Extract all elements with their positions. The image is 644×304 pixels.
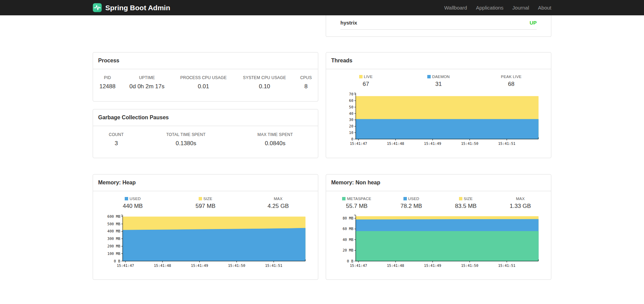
- stat-label: MAX TIME SPENT: [232, 132, 318, 140]
- stat-label: SYSTEM CPU USAGE: [235, 75, 294, 83]
- svg-text:40 MB: 40 MB: [342, 238, 353, 242]
- legend-item: SIZE 597 MB: [169, 197, 242, 210]
- svg-text:60 MB: 60 MB: [342, 227, 353, 231]
- svg-text:15:41:47: 15:41:47: [117, 263, 134, 268]
- stat-value: 3: [93, 140, 139, 147]
- svg-text:0 B: 0 B: [347, 259, 353, 263]
- nav-about[interactable]: About: [534, 5, 551, 11]
- legend-swatch: [359, 75, 363, 78]
- gc-panel: Garbage Collection Pauses COUNT TOTAL TI…: [93, 109, 318, 158]
- threads-legend: LIVE 67 DAEMON 31 PEAK LIVE 68: [326, 69, 551, 90]
- legend-value: 597 MB: [169, 203, 242, 210]
- legend-label: METASPACE: [347, 197, 371, 201]
- legend-item: USED 440 MB: [96, 197, 169, 210]
- svg-text:15:41:48: 15:41:48: [387, 141, 404, 146]
- stat-label: CPUS: [294, 75, 318, 83]
- legend-item: DAEMON 31: [402, 75, 475, 88]
- stat-value: 0.01: [172, 83, 235, 90]
- svg-text:400 MB: 400 MB: [107, 229, 120, 233]
- health-panel: hystrix UP: [326, 15, 551, 37]
- svg-text:10: 10: [349, 131, 353, 135]
- svg-text:500 MB: 500 MB: [107, 222, 120, 226]
- svg-text:20 MB: 20 MB: [342, 248, 353, 252]
- legend-value: 83.5 MB: [439, 203, 493, 210]
- nonheap-panel-title: Memory: Non heap: [326, 174, 551, 191]
- legend-label: LIVE: [364, 75, 373, 79]
- nav-wallboard[interactable]: Wallboard: [440, 5, 472, 11]
- stat-label: COUNT: [93, 132, 139, 140]
- stat-label: PROCESS CPU USAGE: [172, 75, 235, 83]
- threads-panel: Threads LIVE 67 DAEMON 31 PEAK LIVE 68 0…: [326, 52, 551, 158]
- stat-value: 8: [294, 83, 318, 90]
- svg-text:100 MB: 100 MB: [107, 252, 120, 256]
- legend-value: 4.25 GB: [242, 203, 315, 210]
- legend-swatch: [403, 197, 407, 200]
- health-indicator-name: hystrix: [340, 20, 357, 26]
- legend-label: USED: [129, 197, 141, 201]
- status-badge: UP: [530, 20, 537, 26]
- legend-value: 55.7 MB: [329, 203, 384, 210]
- heap-chart-svg: 0 B100 MB200 MB300 MB400 MB500 MB600 MB1…: [98, 212, 313, 273]
- heap-panel-title: Memory: Heap: [93, 174, 318, 191]
- stat-value: 0.0840s: [232, 140, 318, 147]
- heap-legend: USED 440 MB SIZE 597 MB MAX 4.25 GB: [93, 191, 318, 212]
- navbar: Spring Boot Admin Wallboard Applications…: [0, 0, 644, 15]
- stat-value: 12488: [93, 83, 122, 90]
- legend-item: LIVE 67: [329, 75, 402, 88]
- process-panel: Process PID UPTIME PROCESS CPU USAGE SYS…: [93, 52, 318, 102]
- stat-label: PID: [93, 75, 122, 83]
- svg-text:15:41:47: 15:41:47: [350, 141, 367, 146]
- svg-text:15:41:51: 15:41:51: [498, 263, 516, 268]
- brand[interactable]: Spring Boot Admin: [93, 3, 170, 12]
- svg-text:60: 60: [349, 98, 353, 103]
- svg-text:200 MB: 200 MB: [107, 244, 120, 248]
- svg-text:50: 50: [349, 105, 353, 109]
- nonheap-panel: Memory: Non heap METASPACE 55.7 MB USED …: [326, 174, 551, 280]
- svg-text:15:41:51: 15:41:51: [498, 141, 516, 146]
- svg-text:15:41:48: 15:41:48: [387, 263, 404, 268]
- svg-text:15:41:48: 15:41:48: [154, 263, 171, 268]
- legend-label: SIZE: [464, 197, 473, 201]
- health-row-hystrix: hystrix UP: [340, 15, 537, 30]
- legend-label: USED: [408, 197, 419, 201]
- threads-chart-svg: 01020304050607015:41:4715:41:4815:41:491…: [331, 90, 546, 151]
- svg-text:70: 70: [349, 92, 353, 96]
- legend-value: 68: [475, 81, 548, 88]
- svg-text:15:41:49: 15:41:49: [191, 263, 208, 268]
- process-stats: PID UPTIME PROCESS CPU USAGE SYSTEM CPU …: [93, 75, 318, 90]
- svg-text:20: 20: [349, 124, 353, 128]
- svg-text:0 B: 0 B: [114, 259, 120, 263]
- legend-value: 1.33 GB: [493, 203, 548, 210]
- legend-value: 78.2 MB: [384, 203, 439, 210]
- legend-item: USED 78.2 MB: [384, 197, 439, 210]
- nonheap-chart: 0 B20 MB40 MB60 MB80 MB15:41:4715:41:481…: [326, 212, 551, 274]
- gc-stats: COUNT TOTAL TIME SPENT MAX TIME SPENT 3 …: [93, 132, 318, 147]
- legend-label: MAX: [274, 197, 283, 201]
- legend-swatch: [427, 75, 431, 78]
- svg-text:40: 40: [349, 111, 353, 116]
- stat-label: TOTAL TIME SPENT: [139, 132, 232, 140]
- content: Process PID UPTIME PROCESS CPU USAGE SYS…: [93, 15, 551, 280]
- legend-label: DAEMON: [432, 75, 450, 79]
- legend-swatch: [342, 197, 346, 200]
- legend-item: SIZE 83.5 MB: [439, 197, 493, 210]
- legend-value: 440 MB: [96, 203, 169, 210]
- nav-journal[interactable]: Journal: [508, 5, 534, 11]
- threads-chart: 01020304050607015:41:4715:41:4815:41:491…: [326, 90, 551, 152]
- nav-links: Wallboard Applications Journal About: [440, 5, 551, 11]
- legend-label: SIZE: [203, 197, 212, 201]
- svg-text:300 MB: 300 MB: [107, 237, 120, 241]
- nonheap-legend: METASPACE 55.7 MB USED 78.2 MB SIZE 83.5…: [326, 191, 551, 212]
- svg-text:600 MB: 600 MB: [107, 214, 120, 218]
- stat-value: 0d 0h 2m 17s: [122, 83, 172, 90]
- navbar-container: Spring Boot Admin Wallboard Applications…: [93, 0, 551, 15]
- process-panel-title: Process: [93, 52, 318, 69]
- right-column: hystrix UP Threads LIVE 67 DAEMON 31 PEA…: [326, 15, 551, 280]
- legend-label: MAX: [516, 197, 525, 201]
- legend-label: PEAK LIVE: [501, 75, 522, 79]
- left-column: Process PID UPTIME PROCESS CPU USAGE SYS…: [93, 52, 318, 280]
- heap-chart: 0 B100 MB200 MB300 MB400 MB500 MB600 MB1…: [93, 212, 318, 274]
- nav-applications[interactable]: Applications: [472, 5, 508, 11]
- svg-text:15:41:47: 15:41:47: [350, 263, 367, 268]
- legend-swatch: [199, 197, 202, 200]
